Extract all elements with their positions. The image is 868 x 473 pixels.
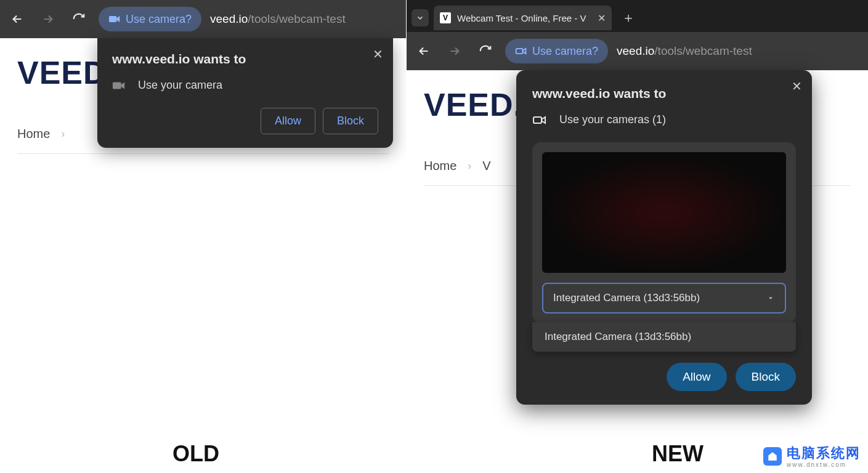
camera-option-list: Integrated Camera (13d3:56bb): [532, 322, 796, 352]
url-host: veed.io: [210, 12, 248, 26]
camera-icon: [108, 15, 121, 23]
caption-old: OLD: [172, 441, 219, 467]
block-button[interactable]: Block: [736, 363, 796, 391]
pane-new: V Webcam Test - Online, Free - V ✕ ＋ Use…: [407, 0, 868, 473]
back-button[interactable]: [6, 8, 28, 30]
back-button[interactable]: [413, 40, 435, 62]
watermark-line1: 电脑系统网: [787, 445, 861, 461]
popup-title: www.veed.io wants to: [532, 86, 796, 101]
reload-icon: [479, 44, 492, 58]
svg-rect-0: [109, 16, 117, 22]
camera-preview-frame: Integrated Camera (13d3:56bb): [532, 142, 796, 323]
permission-chip[interactable]: Use camera?: [505, 39, 608, 63]
camera-icon: [112, 81, 126, 91]
tab-title: Webcam Test - Online, Free - V: [457, 13, 586, 23]
tab-favicon: V: [440, 12, 451, 23]
permission-popup-old: ✕ www.veed.io wants to Use your camera A…: [97, 38, 393, 148]
button-row: Allow Block: [532, 363, 796, 391]
button-row: Allow Block: [112, 108, 378, 134]
permission-popup-new: ✕ www.veed.io wants to Use your cameras …: [516, 70, 812, 405]
close-button[interactable]: ✕: [792, 79, 802, 94]
camera-select[interactable]: Integrated Camera (13d3:56bb): [542, 283, 786, 313]
camera-icon: [532, 115, 547, 126]
close-button[interactable]: ✕: [373, 47, 383, 62]
arrow-left-icon: [417, 44, 431, 58]
permission-row: Use your camera: [112, 79, 378, 92]
chevron-right-icon: ›: [61, 127, 65, 140]
pane-old: Use camera? veed.io /tools/webcam-test V…: [0, 0, 406, 473]
watermark: 电脑系统网 www.dnxtw.com: [763, 444, 861, 468]
permission-label: Use your camera: [138, 79, 222, 92]
arrow-right-icon: [448, 44, 461, 58]
watermark-line2: www.dnxtw.com: [787, 461, 861, 468]
watermark-text: 电脑系统网 www.dnxtw.com: [787, 444, 861, 468]
caption-new: NEW: [652, 441, 704, 467]
svg-rect-3: [533, 117, 541, 123]
chevron-down-icon: [416, 14, 424, 22]
browser-tab[interactable]: V Webcam Test - Online, Free - V ✕: [434, 6, 612, 30]
permission-chip-label: Use camera?: [532, 45, 598, 58]
svg-rect-1: [113, 82, 121, 89]
breadcrumb-next[interactable]: V: [482, 159, 490, 173]
browser-toolbar: Use camera? veed.io /tools/webcam-test: [407, 32, 868, 70]
chevron-right-icon: ›: [468, 160, 471, 172]
url-host: veed.io: [617, 44, 654, 58]
watermark-icon: [763, 447, 782, 466]
browser-toolbar: Use camera? veed.io /tools/webcam-test: [0, 0, 406, 38]
caret-down-icon: [766, 294, 775, 302]
camera-preview: [542, 152, 786, 273]
url-path: /tools/webcam-test: [654, 44, 752, 58]
reload-icon: [72, 12, 86, 26]
popup-title: www.veed.io wants to: [112, 52, 378, 67]
new-tab-button[interactable]: ＋: [617, 6, 640, 30]
svg-rect-2: [516, 49, 523, 54]
breadcrumb-home[interactable]: Home: [17, 127, 50, 141]
reload-button[interactable]: [474, 40, 497, 62]
camera-option[interactable]: Integrated Camera (13d3:56bb): [545, 331, 784, 343]
forward-button[interactable]: [444, 40, 466, 62]
address-bar[interactable]: veed.io /tools/webcam-test: [617, 44, 752, 58]
allow-button[interactable]: Allow: [667, 363, 726, 391]
allow-button[interactable]: Allow: [261, 108, 315, 134]
arrow-right-icon: [41, 12, 55, 26]
arrow-left-icon: [10, 12, 24, 26]
camera-icon: [515, 47, 527, 55]
url-path: /tools/webcam-test: [248, 12, 345, 26]
permission-chip[interactable]: Use camera?: [99, 7, 201, 31]
address-bar[interactable]: veed.io /tools/webcam-test: [210, 12, 346, 26]
forward-button[interactable]: [37, 8, 59, 30]
camera-select-value: Integrated Camera (13d3:56bb): [553, 292, 700, 304]
reload-button[interactable]: [68, 8, 90, 30]
breadcrumb-home[interactable]: Home: [424, 159, 456, 173]
permission-row: Use your cameras (1): [532, 113, 796, 126]
tab-close-button[interactable]: ✕: [598, 12, 606, 24]
permission-chip-label: Use camera?: [126, 13, 192, 26]
block-button[interactable]: Block: [323, 108, 378, 134]
tab-strip: V Webcam Test - Online, Free - V ✕ ＋: [407, 0, 868, 32]
permission-label: Use your cameras (1): [559, 113, 666, 126]
tab-search-button[interactable]: [412, 9, 429, 26]
